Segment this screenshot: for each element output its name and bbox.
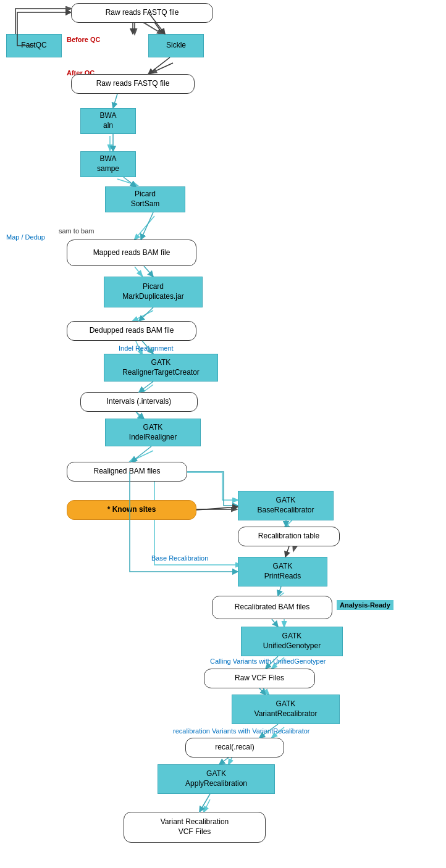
gatk-unified-genotyper-box: GATKUnifiedGenotyper <box>241 627 343 656</box>
svg-line-7 <box>135 216 154 240</box>
recalibration-table-box: Recalibration table <box>238 527 340 546</box>
svg-line-31 <box>144 266 153 277</box>
calling-variants-label: Calling Variants with UnifiedGenotyper <box>210 657 326 665</box>
before-qc-label: Before QC <box>67 36 100 43</box>
dedupped-reads-bam-box: Dedupped reads BAM file <box>67 321 196 341</box>
recalibration-variants-label: recalibration Variants with VariantRecal… <box>173 727 310 735</box>
svg-line-8 <box>135 267 142 276</box>
svg-line-35 <box>136 412 144 419</box>
pipeline-diagram: Raw reads FASTQ file FastQC Before QC Si… <box>0 0 446 868</box>
svg-line-1 <box>142 22 162 34</box>
svg-line-29 <box>124 177 136 186</box>
svg-line-46 <box>200 794 210 812</box>
bwa-aln-box: BWAaln <box>80 108 136 134</box>
analysis-ready-label: Analysis-Ready <box>337 600 393 610</box>
known-sites-box: * Known sites <box>67 500 196 520</box>
svg-line-41 <box>272 619 278 627</box>
svg-line-30 <box>141 212 153 240</box>
svg-line-40 <box>278 586 281 596</box>
svg-line-34 <box>139 382 153 392</box>
svg-line-36 <box>132 446 151 462</box>
svg-line-43 <box>259 688 266 695</box>
recalibrated-bam-box: Recalibrated BAM files <box>212 596 332 619</box>
svg-line-37 <box>196 507 238 510</box>
svg-line-32 <box>139 307 153 321</box>
sam-to-bam-label: sam to bam <box>59 227 94 235</box>
bwa-sampe-box: BWAsampe <box>80 151 136 177</box>
svg-line-4 <box>151 63 173 73</box>
picard-sortsam-box: PicardSortSam <box>105 186 185 212</box>
gatk-apply-recalibration-box: GATKApplyRecalibration <box>158 764 275 794</box>
gatk-print-reads-box: GATKPrintReads <box>238 557 327 586</box>
svg-line-26 <box>148 57 170 74</box>
svg-line-27 <box>113 94 117 108</box>
svg-line-39 <box>285 546 289 557</box>
raw-vcf-box: Raw VCF Files <box>204 669 315 688</box>
svg-line-13 <box>130 451 153 462</box>
realigned-bam-box: Realigned BAM files <box>67 462 187 482</box>
svg-line-6 <box>117 179 137 185</box>
gatk-base-recalibrator-box: GATKBaseRecalibrator <box>238 491 334 520</box>
svg-line-45 <box>219 757 229 764</box>
variant-recalibration-vcf-box: Variant RecalibrationVCF Files <box>124 812 266 843</box>
recal-recal-box: recal(.recal) <box>185 738 284 757</box>
mapped-reads-bam-box: Mapped reads BAM file <box>67 240 196 266</box>
gatk-variant-recalibrator-box: GATKVariantRecalibrator <box>232 695 340 724</box>
indel-realignment-label: Indel Realignment <box>119 344 174 352</box>
svg-line-9 <box>133 311 153 321</box>
raw-reads-fastq-bottom: Raw reads FASTQ file <box>71 74 195 94</box>
sickle-box: Sickle <box>148 34 204 57</box>
gatk-realigner-target-box: GATKRealignerTargetCreator <box>104 354 218 382</box>
gatk-indel-realigner-box: GATKIndelRealigner <box>105 419 201 446</box>
map-dedup-label: Map / Dedup <box>6 233 45 241</box>
fastqc-box: FastQC <box>6 34 62 57</box>
svg-line-0 <box>142 22 162 34</box>
intervals-box: Intervals (.intervals) <box>80 392 198 412</box>
raw-reads-fastq-top: Raw reads FASTQ file <box>71 3 213 23</box>
svg-line-23 <box>204 799 210 812</box>
base-recalibration-label: Base Recalibration <box>151 554 208 562</box>
picard-markdup-box: PicardMarkDuplicates.jar <box>104 277 203 307</box>
